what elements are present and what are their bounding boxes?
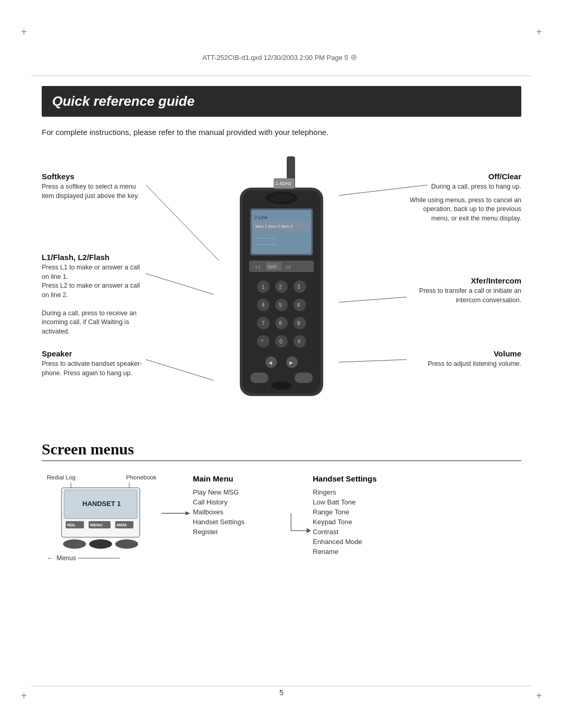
handset-settings-title: Handset Settings <box>313 474 417 483</box>
settings-item-keypad-tone: Keypad Tone <box>313 517 417 527</box>
svg-text:MEM: MEM <box>117 523 127 527</box>
l1flash-section: L1/Flash, L2/Flash Press L1 to make or a… <box>42 253 146 336</box>
main-menu: Main Menu Play New MSG Call History Mail… <box>193 474 287 537</box>
svg-text:7: 7 <box>262 320 265 326</box>
svg-text:◀: ◀ <box>268 360 272 365</box>
svg-text:*: * <box>261 339 263 344</box>
handset-diagram: Redial Log Phonebook HANDSET 1 <box>42 474 162 562</box>
svg-text:2.4GHz: 2.4GHz <box>275 181 291 186</box>
svg-text:9: 9 <box>297 320 300 326</box>
offclear-section: Off/Clear During a call, press to hang u… <box>407 172 521 223</box>
svg-point-5 <box>269 194 294 202</box>
corner-mark-bl: + <box>21 690 27 702</box>
svg-point-69 <box>89 539 112 549</box>
svg-text:3: 3 <box>297 284 300 290</box>
svg-line-51 <box>146 185 219 261</box>
volume-title: Volume <box>407 349 521 358</box>
phone-illustration: 2-Line Item 1 Item 2 Item 3 ___ ___ ___ … <box>224 156 339 412</box>
menu-item-mailboxes: Mailboxes <box>193 507 287 517</box>
xfer-section: Xfer/Intercom Press to transfer a call o… <box>407 276 521 305</box>
xfer-text: Press to transfer a call or initiate an … <box>407 287 521 305</box>
top-divider <box>31 76 532 76</box>
menu-item-play-new-msg: Play New MSG <box>193 487 287 497</box>
svg-point-70 <box>115 539 138 549</box>
svg-line-54 <box>339 297 407 302</box>
redial-log-label: Redial Log <box>47 474 76 480</box>
settings-item-low-batt: Low Batt Tone <box>313 497 417 507</box>
l1flash-title: L1/Flash, L2/Flash <box>42 253 146 262</box>
speaker-section: Speaker Press to activate handset speake… <box>42 349 146 378</box>
menus-content: Redial Log Phonebook HANDSET 1 <box>42 474 521 562</box>
svg-line-53 <box>146 274 214 294</box>
page-title: Quick reference guide <box>52 93 511 109</box>
page-number: 5 <box>279 688 284 697</box>
corner-mark-tr: + <box>536 26 542 38</box>
svg-text:HANDSET 1: HANDSET 1 <box>82 500 121 508</box>
screen-menus-section: Screen menus Redial Log Phonebook <box>42 440 521 562</box>
menu-item-register: Register <box>193 527 287 537</box>
corner-mark-tl: + <box>21 26 27 38</box>
screen-menus-title: Screen menus <box>42 440 521 461</box>
main-menu-title: Main Menu <box>193 474 287 483</box>
svg-rect-48 <box>295 373 313 383</box>
settings-item-ringers: Ringers <box>313 487 417 497</box>
settings-item-enhanced-mode: Enhanced Mode <box>313 537 417 547</box>
svg-text:MENU: MENU <box>90 523 103 527</box>
offclear-text2: While using menus, press to cancel an op… <box>407 196 521 224</box>
offclear-text1: During a call, press to hang up. <box>407 182 521 192</box>
svg-text:L2: L2 <box>286 264 291 269</box>
bottom-divider <box>31 686 532 686</box>
volume-section: Volume Press to adjust listening volume. <box>407 349 521 369</box>
svg-text:▶: ▶ <box>289 360 293 365</box>
svg-text:2-Line: 2-Line <box>254 215 267 220</box>
svg-text:RDL: RDL <box>67 523 76 527</box>
phone-diagram: Softkeys Press a softkey to select a men… <box>42 151 521 427</box>
arrow-to-handset-settings <box>287 474 313 547</box>
handset-settings: Handset Settings Ringers Low Batt Tone R… <box>313 474 417 557</box>
volume-text: Press to adjust listening volume. <box>407 360 521 369</box>
svg-text:0: 0 <box>279 339 283 344</box>
speaker-text: Press to activate handset speaker-phone.… <box>42 360 146 378</box>
handset-labels-row: Redial Log Phonebook <box>42 474 162 480</box>
title-bar: Quick reference guide <box>42 86 521 117</box>
svg-text:4: 4 <box>262 302 265 308</box>
svg-text:6: 6 <box>297 302 300 308</box>
svg-text:#: # <box>298 339 301 344</box>
settings-item-rename: Rename <box>313 547 417 557</box>
settings-item-range-tone: Range Tone <box>313 507 417 517</box>
file-info-text: ATT-252CIB-d1.qxd 12/30/2003 2:00 PM Pag… <box>202 54 348 61</box>
speaker-title: Speaker <box>42 349 146 358</box>
svg-text:___  ___  ___: ___ ___ ___ <box>255 241 276 245</box>
page: + + + + ATT-252CIB-d1.qxd 12/30/2003 2:0… <box>0 0 563 728</box>
xfer-title: Xfer/Intercom <box>407 276 521 285</box>
phonebook-label: Phonebook <box>126 474 156 480</box>
offclear-title: Off/Clear <box>407 172 521 181</box>
menu-item-handset-settings: Handset Settings <box>193 517 287 527</box>
softkeys-section: Softkeys Press a softkey to select a men… <box>42 172 146 201</box>
svg-text:L1: L1 <box>255 264 261 269</box>
svg-marker-76 <box>307 528 311 533</box>
svg-text:1: 1 <box>262 284 265 290</box>
menu-item-call-history: Call History <box>193 497 287 507</box>
arrow-to-main-menu <box>162 474 193 521</box>
crosshair-icon <box>350 52 361 63</box>
svg-rect-47 <box>250 373 268 383</box>
svg-text:___  ___  ___: ___ ___ ___ <box>255 235 276 239</box>
svg-marker-73 <box>186 511 190 515</box>
intro-text: For complete instructions, please refer … <box>42 128 521 137</box>
softkeys-text: Press a softkey to select a menu item di… <box>42 182 146 201</box>
svg-text:5: 5 <box>279 302 282 308</box>
svg-text:Item 1  Item 2  Item 3: Item 1 Item 2 Item 3 <box>255 224 293 229</box>
corner-mark-br: + <box>536 690 542 702</box>
svg-line-55 <box>146 360 214 380</box>
svg-point-68 <box>63 539 86 549</box>
l1flash-text: Press L1 to make or answer a call on lin… <box>42 263 146 336</box>
settings-item-contrast: Contrast <box>313 527 417 537</box>
file-info: ATT-252CIB-d1.qxd 12/30/2003 2:00 PM Pag… <box>202 52 360 63</box>
svg-point-36 <box>257 335 270 348</box>
softkeys-title: Softkeys <box>42 172 146 181</box>
svg-text:8: 8 <box>279 320 282 326</box>
svg-line-56 <box>339 360 407 362</box>
svg-text:OFF: OFF <box>267 264 277 269</box>
menus-label: Menus <box>57 554 77 562</box>
